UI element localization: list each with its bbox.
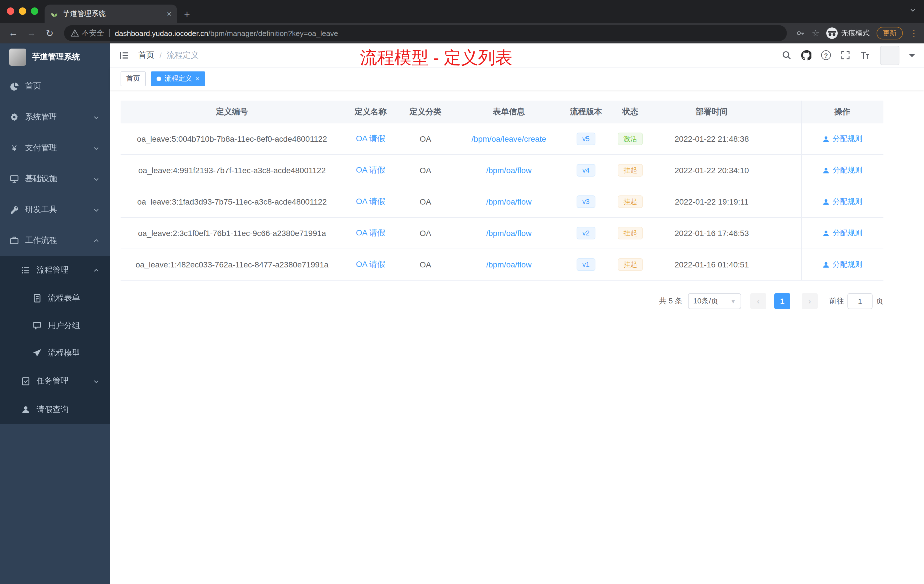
cell-status: 激活 [607, 133, 653, 145]
cell-definition-name[interactable]: OA 请假 [343, 165, 398, 175]
sidebar-item-process-form[interactable]: 流程表单 [0, 285, 110, 312]
prev-page-button[interactable]: ‹ [750, 293, 766, 309]
sidebar-item-leave-query[interactable]: 请假查询 [0, 396, 110, 424]
total-count: 共 5 条 [659, 296, 682, 306]
browser-tab[interactable]: 芋道管理系统 × [45, 5, 177, 23]
key-icon[interactable] [796, 28, 805, 38]
assign-rule-label: 分配规则 [833, 134, 862, 144]
browser-menu-icon[interactable]: ⋮ [910, 28, 918, 38]
avatar-caret-icon[interactable] [909, 54, 915, 60]
tag-process-definition[interactable]: 流程定义 × [151, 71, 205, 86]
forward-button[interactable]: → [24, 26, 39, 41]
tab-close-icon[interactable]: × [167, 9, 172, 18]
status-badge: 激活 [618, 133, 643, 145]
assign-rule-link[interactable]: 分配规则 [801, 228, 883, 238]
breadcrumb-home[interactable]: 首页 [138, 50, 154, 60]
clipboard-icon [21, 376, 31, 386]
tag-close-icon[interactable]: × [195, 74, 200, 82]
sidebar-item-label: 用户分组 [48, 320, 80, 331]
cell-version: v2 [564, 227, 607, 239]
gear-icon [9, 112, 20, 122]
tab-title: 芋道管理系统 [63, 9, 162, 18]
send-icon [32, 348, 42, 358]
search-icon[interactable] [782, 50, 792, 60]
assign-rule-link[interactable]: 分配规则 [801, 165, 883, 175]
back-button[interactable]: ← [6, 26, 21, 41]
workflow-submenu: 流程管理 流程表单 用户分组 [0, 256, 110, 424]
cell-form-link[interactable]: /bpm/oa/leave/create [453, 134, 564, 144]
sidebar-item-system[interactable]: 系统管理 [0, 102, 110, 133]
sidebar-item-process-management[interactable]: 流程管理 [0, 256, 110, 285]
cell-form-link[interactable]: /bpm/oa/flow [453, 197, 564, 206]
active-dot [157, 76, 161, 81]
cell-status: 挂起 [607, 164, 653, 177]
app-title: 芋道管理系统 [32, 52, 80, 62]
column-header: 部署时间 [653, 107, 770, 117]
cell-definition-name[interactable]: OA 请假 [343, 228, 398, 238]
assign-rule-link[interactable]: 分配规则 [801, 134, 883, 144]
sidebar-item-workflow[interactable]: 工作流程 [0, 225, 110, 256]
security-label[interactable]: 不安全 [82, 28, 104, 38]
cell-definition-name[interactable]: OA 请假 [343, 259, 398, 270]
sidebar-item-task-management[interactable]: 任务管理 [0, 367, 110, 396]
cell-definition-name[interactable]: OA 请假 [343, 134, 398, 144]
definition-table: 定义编号 定义名称 定义分类 表单信息 流程版本 状态 部署时间 操作 oa_l… [120, 101, 883, 280]
wrench-icon [9, 205, 20, 215]
assign-rule-link[interactable]: 分配规则 [801, 259, 883, 270]
cell-form-link[interactable]: /bpm/oa/flow [453, 166, 564, 175]
sidebar-item-dev-tools[interactable]: 研发工具 [0, 194, 110, 225]
page-size-select[interactable]: 10条/页 ▼ [688, 293, 741, 309]
window-close-button[interactable] [7, 7, 14, 15]
cell-version: v1 [564, 258, 607, 271]
version-badge: v1 [577, 258, 595, 271]
cell-status: 挂起 [607, 227, 653, 239]
reload-button[interactable]: ↻ [42, 26, 57, 41]
status-badge: 挂起 [618, 258, 643, 271]
document-icon [32, 293, 42, 304]
font-size-icon[interactable] [860, 50, 870, 60]
browser-update-button[interactable]: 更新 [876, 27, 903, 40]
cell-deploy-time: 2022-01-16 01:40:51 [653, 260, 770, 269]
sidebar-item-user-group[interactable]: 用户分组 [0, 312, 110, 340]
window-zoom-button[interactable] [31, 7, 38, 15]
fullscreen-icon[interactable] [841, 50, 850, 60]
chevron-down-icon [93, 378, 99, 384]
github-icon[interactable] [801, 50, 812, 60]
sidebar-item-process-model[interactable]: 流程模型 [0, 340, 110, 367]
cell-deploy-time: 2022-01-22 21:48:38 [653, 134, 770, 144]
cell-form-link[interactable]: /bpm/oa/flow [453, 229, 564, 238]
sidebar-item-payment[interactable]: ¥ 支付管理 [0, 133, 110, 163]
address-bar[interactable]: 不安全 dashboard.yudao.iocoder.cn/bpm/manag… [64, 25, 787, 41]
sidebar-item-label: 流程模型 [48, 348, 80, 358]
tag-home[interactable]: 首页 [120, 71, 146, 86]
cell-definition-name[interactable]: OA 请假 [343, 196, 398, 207]
help-icon[interactable] [821, 50, 831, 60]
briefcase-icon [9, 236, 20, 246]
table-row: oa_leave:2:3c1f0ef1-76b1-11ec-9c66-a2380… [120, 218, 883, 249]
user-avatar[interactable] [880, 45, 899, 65]
sidebar-collapse-icon[interactable] [119, 50, 129, 60]
tab-search-chevron-icon[interactable] [910, 7, 916, 13]
goto-label: 前往 [829, 296, 844, 306]
cell-form-link[interactable]: /bpm/oa/flow [453, 260, 564, 269]
status-badge: 挂起 [618, 164, 643, 177]
new-tab-button[interactable]: + [184, 9, 190, 20]
tags-view-bar: 首页 流程定义 × [110, 68, 924, 90]
bookmark-star-icon[interactable]: ☆ [812, 28, 819, 38]
sidebar-item-infrastructure[interactable]: 基础设施 [0, 163, 110, 194]
table-row: oa_leave:3:1fad3d93-7b75-11ec-a3c8-acde4… [120, 186, 883, 218]
assign-rule-label: 分配规则 [833, 196, 862, 207]
next-page-button[interactable]: › [802, 293, 818, 309]
current-page-button[interactable]: 1 [774, 293, 790, 309]
goto-page-input[interactable] [847, 293, 873, 309]
chevron-down-icon [93, 114, 99, 120]
sidebar-item-home[interactable]: 首页 [0, 71, 110, 102]
assign-rule-link[interactable]: 分配规则 [801, 196, 883, 207]
column-header: 操作 [801, 107, 883, 117]
assign-rule-label: 分配规则 [833, 165, 862, 175]
browser-chrome: 芋道管理系统 × + ← → ↻ 不安全 dashboard.yudao.ioc… [0, 0, 924, 43]
column-header: 定义编号 [120, 107, 343, 117]
window-minimize-button[interactable] [19, 7, 26, 15]
app-navbar: 首页 / 流程定义 流程模型 - 定义列表 [110, 43, 924, 68]
goto-page: 前往 页 [829, 293, 883, 309]
